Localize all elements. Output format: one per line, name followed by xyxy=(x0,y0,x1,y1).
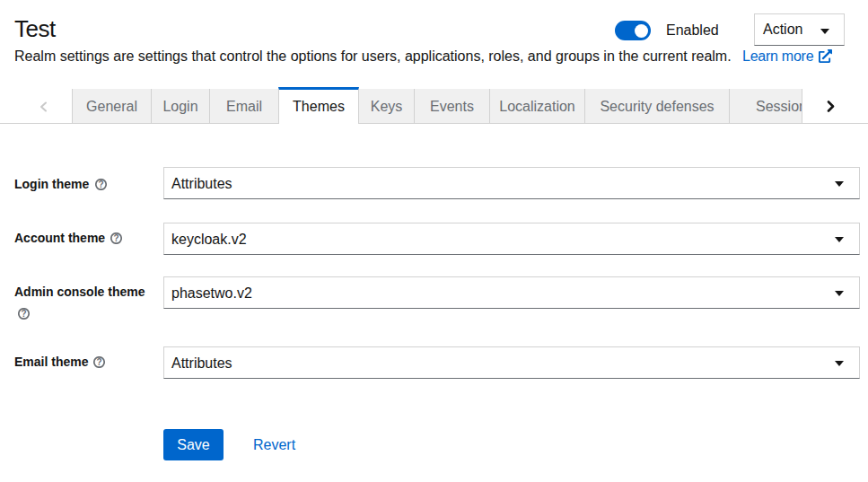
svg-text:?: ? xyxy=(96,356,101,366)
svg-text:?: ? xyxy=(113,232,118,242)
svg-text:?: ? xyxy=(98,179,103,188)
svg-text:?: ? xyxy=(21,308,26,318)
